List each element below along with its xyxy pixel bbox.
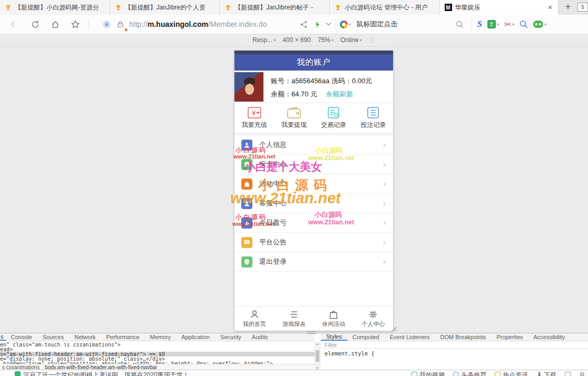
browser-tab-4[interactable]: 小白源码论坛 管理中心 - 用户	[330, 0, 440, 15]
nav-game-report[interactable]: 游戏报表	[274, 309, 313, 331]
scroll-thumb[interactable]	[316, 350, 319, 362]
recharge-button[interactable]: ¥ 我要充值	[234, 107, 274, 133]
dom-node[interactable]: e="display: none; position: absolute;" c…	[0, 357, 315, 361]
caret-icon: ▾	[331, 38, 334, 43]
tab-styles[interactable]: Styles	[321, 333, 347, 341]
screenshot-scissors-icon[interactable]: ✂▾	[504, 19, 514, 29]
svg-text:¥: ¥	[251, 109, 256, 117]
menu-item-today-profit[interactable]: 今日盈亏 ›	[234, 213, 393, 233]
devtools-elements-pane: s Console Sources Network Performance Me…	[0, 333, 315, 370]
search-magnifier-icon[interactable]	[452, 17, 467, 32]
insecure-lock-icon[interactable]: ✕	[114, 17, 126, 32]
tab-properties[interactable]: Properties	[491, 334, 528, 340]
browser-tab-active[interactable]: M 华星娱乐 ×	[440, 0, 559, 15]
chevron-right-icon: ›	[383, 238, 386, 247]
tab-console[interactable]: Console	[6, 334, 37, 340]
quick-action-label: 我要充值	[242, 121, 267, 128]
dom-node[interactable]: ead>	[0, 347, 315, 352]
notice-icon	[15, 371, 21, 376]
viewport-corner-grip[interactable]	[390, 324, 397, 334]
trophy-icon	[224, 4, 231, 11]
dom-node[interactable]: en" class="am-touch js cssanimations">	[0, 342, 315, 347]
headline-item[interactable]: 头条推荐	[453, 371, 486, 376]
home-icon[interactable]	[47, 17, 63, 32]
menu-item-platform-announcement[interactable]: 平台公告 ›	[234, 233, 393, 252]
bet-records-button[interactable]: 投注记录	[354, 107, 393, 133]
bookmark-star-icon[interactable]	[67, 17, 83, 32]
menu-item-personal-info[interactable]: 个人信息 ›	[234, 135, 393, 155]
download-item[interactable]: ⬇下载	[536, 371, 556, 376]
quick-action-label: 我要提现	[281, 121, 307, 128]
tab-event-listeners[interactable]: Event Listeners	[385, 334, 435, 340]
browser-tab-1[interactable]: 【新提醒】小白源码网-资源分	[0, 0, 110, 15]
more-options-icon[interactable]: ⋮	[369, 36, 375, 44]
search-engine-icon[interactable]: ▾	[338, 17, 352, 32]
viewport-resize-handle[interactable]	[307, 331, 316, 334]
tab-title: 小白源码论坛 管理中心 - 用户	[345, 3, 435, 12]
my-videos-item[interactable]: 我的视频	[411, 371, 445, 376]
scroll-up-icon[interactable]: ▲	[316, 342, 319, 345]
caret-icon: ▾	[349, 22, 351, 27]
nav-home[interactable]: 我的首页	[234, 309, 274, 331]
dom-node-selected[interactable]: s="am-with-fixed-header am-with-fixed-na…	[0, 352, 315, 357]
tab-application[interactable]: Application	[176, 334, 215, 340]
menu-item-logout[interactable]: 退出登录 ›	[234, 252, 393, 272]
search-input[interactable]: 鼠标固定点击	[356, 19, 397, 29]
zoom-magnifier-icon[interactable]	[520, 20, 528, 28]
lightning-icon[interactable]	[311, 17, 323, 32]
viewport-dimensions[interactable]: 400 × 690	[282, 36, 311, 44]
tab-sources[interactable]: Sources	[37, 334, 69, 340]
chevron-right-icon: ›	[383, 180, 386, 189]
refresh-icon[interactable]	[27, 17, 43, 32]
url-field[interactable]: http://m.huaxingol.com/Member.index.do	[129, 20, 267, 28]
tab-memory[interactable]: Memory	[145, 334, 177, 340]
network-throttle-dropdown[interactable]: Online▾	[340, 36, 362, 44]
window-icon[interactable]	[565, 371, 571, 376]
device-mode-dropdown[interactable]: Resp...▾	[252, 36, 276, 44]
chevron-right-icon: ›	[383, 141, 386, 150]
shield-check-icon	[241, 159, 252, 170]
withdraw-button[interactable]: 我要提现	[274, 107, 313, 133]
chevron-right-icon: ›	[383, 219, 386, 227]
tab-computed[interactable]: Computed	[347, 334, 385, 340]
tab-title: 华星娱乐	[455, 3, 544, 12]
translate-extension-icon[interactable]: 文▾	[487, 20, 499, 28]
share-icon[interactable]	[296, 17, 311, 32]
chevron-down-icon[interactable]	[323, 17, 334, 32]
styles-filter-input[interactable]: Filter	[321, 341, 588, 349]
gamepad-extension-icon[interactable]: ▾	[533, 21, 546, 28]
settings-icon[interactable]: ⚙	[579, 371, 585, 376]
site-info-icon[interactable]	[99, 17, 114, 32]
tab-audits[interactable]: Audits	[247, 334, 273, 340]
nav-personal-center[interactable]: 个人中心	[354, 309, 393, 331]
new-tab-button[interactable]: +	[558, 0, 577, 15]
browser-tab-2[interactable]: 【新提醒】JanJibre的个人资	[110, 0, 220, 15]
menu-item-activity-center[interactable]: 活动中心 ›	[234, 174, 393, 194]
tab-count-badge[interactable]: 5	[577, 3, 588, 12]
lock-error-mark: ✕	[124, 27, 128, 33]
headline-icon	[453, 372, 459, 376]
tab-security[interactable]: Security	[215, 334, 247, 340]
hot-news-item[interactable]: 热点资讯	[495, 371, 528, 376]
close-tab-icon[interactable]: ×	[547, 3, 553, 12]
tab-dom-breakpoints[interactable]: DOM Breakpoints	[435, 334, 492, 340]
zoom-dropdown[interactable]: 75%▾	[318, 36, 334, 44]
shopping-bag-icon	[328, 309, 339, 320]
nav-leisure-activity[interactable]: 休闲活动	[314, 309, 354, 331]
menu-item-security-center[interactable]: 安全中心 ›	[234, 155, 393, 174]
nav-label: 休闲活动	[322, 321, 345, 327]
transactions-button[interactable]: 交易记录	[314, 107, 354, 133]
tab-accessibility[interactable]: Accessibility	[528, 334, 571, 340]
devtools-scrollbar[interactable]: ▲ ▼	[315, 342, 320, 370]
notification-item[interactable]: 沉寂了近一个世纪的图棋上著说明，现将在2020重现于世！	[15, 371, 189, 376]
menu-item-customer-service[interactable]: 客服中心 ›	[234, 194, 393, 213]
back-icon[interactable]	[5, 17, 21, 32]
video-icon	[411, 372, 417, 376]
tab-network[interactable]: Network	[69, 334, 101, 340]
sogou-extension-icon[interactable]: S	[477, 19, 482, 29]
tab-elements[interactable]: s	[0, 333, 6, 341]
refresh-balance-link[interactable]: 余额刷新	[326, 90, 353, 98]
element-style-rule[interactable]: element.style {	[321, 349, 588, 357]
browser-tab-3[interactable]: 【新提醒】JanJibre的帖子 -	[220, 0, 330, 15]
tab-performance[interactable]: Performance	[101, 334, 145, 340]
